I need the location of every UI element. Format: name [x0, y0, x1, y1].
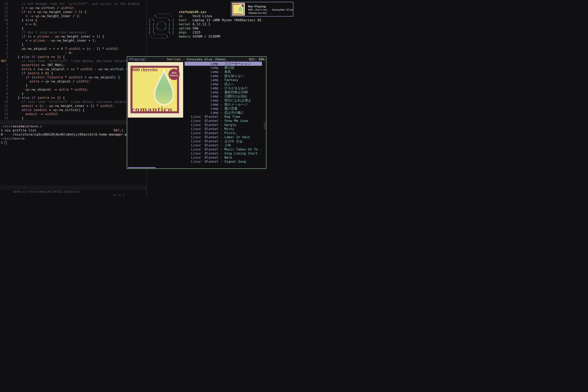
- code-line[interactable]: 6 if (n > plines - wp->w_height_inner + …: [0, 34, 146, 38]
- pfetch-row: -_______\memory4356M / 31399M: [149, 34, 294, 38]
- code-line[interactable]: 8 }: [0, 26, 146, 30]
- playlist-item[interactable]: Linus' Blanket - Signal Song: [184, 160, 262, 164]
- playlist-item[interactable]: Lamp - 車窓: [184, 70, 262, 74]
- playlist-item[interactable]: Linus' Blanket - Show Me Love: [184, 119, 262, 123]
- remaster-badge: 2022 Remaster: [168, 69, 180, 80]
- code-line[interactable]: 11 n -= wp->w_height_inner / 2;: [0, 14, 146, 18]
- album-title-label: romantico: [131, 106, 172, 113]
- remaster-badge: 2022 Remaster: [242, 4, 244, 7]
- code-line[interactable]: 6 }: [0, 84, 146, 88]
- playlist-scrollbar[interactable]: [264, 122, 266, 129]
- code-line[interactable]: 11 endcol = (n - wp->w_height_inner + 1)…: [0, 104, 146, 108]
- playlist-item[interactable]: Linus' Blanket - Picnic: [184, 131, 262, 135]
- code-line[interactable]: 4 }: [0, 43, 146, 47]
- code-line[interactable]: 3 wp->w_skipcol = n > 0 ? width1 + (n - …: [0, 47, 146, 51]
- album-artist-label: 800 cherries: [132, 67, 158, 72]
- player-header: [Playing] herries - honeydew blue (Remas…: [128, 57, 266, 62]
- terminal-line: ~/src/neovim: [0, 136, 146, 141]
- code-line[interactable]: 10 // less than 'scrolloff' lines below,…: [0, 100, 146, 104]
- playlist-item[interactable]: Linus' Blanket - Gargle: [184, 123, 262, 127]
- code-line[interactable]: 1 } else if (extra == 1) {: [0, 55, 146, 59]
- notification-heading: Now Playing: [248, 5, 293, 8]
- statusline-terminal-title: term://~/src/neovim//4713:/bin/zsh: [12, 190, 80, 194]
- now-playing-title: herries - honeydew blue (Remas: [128, 57, 266, 62]
- terminal-line: λ: [0, 141, 146, 145]
- code-line[interactable]: 967 // less than 'scrolloff' lines above…: [0, 59, 146, 63]
- playlist-item[interactable]: Lamp - Fantasy: [184, 78, 262, 82]
- pfetch-row: | | \___/ | |uptime59m: [149, 26, 294, 30]
- terminal-line: 0 - - /nix/store/cq3cx86h28j0y46ls0nhjzj…: [0, 132, 146, 136]
- code-line[interactable]: 10 } else {: [0, 18, 146, 22]
- statusline-terminal: term://~/src/neovim//4713:/bin/zsh 14,3-…: [0, 186, 146, 190]
- desktop: 14 // not enough room for 'scrolloff', p…: [0, 0, 294, 196]
- playlist-item[interactable]: Lamp - 最終列車は25時: [184, 90, 262, 94]
- playlist-item[interactable]: Linus' Blanket - Music Takes Us To ...: [184, 148, 262, 152]
- playlist-item[interactable]: Linus' Blanket - Rag Time: [184, 115, 262, 119]
- pfetch-row: | \ ___ \ |hostLaptop 13 (AMD Ryzen 7040…: [149, 18, 294, 22]
- playlist-item[interactable]: Linus' Blanket - Walk: [184, 156, 262, 160]
- playlist-item[interactable]: Linus' Blanket - Misty: [184, 127, 262, 131]
- playlist[interactable]: Lamp - スロ〜モ〜ションLamp - 夢の国Lamp - 車窓Lamp -…: [184, 62, 262, 164]
- code-line[interactable]: 9 n = 0;: [0, 22, 146, 26]
- album-art: 2022 Remaster 800 cherries romantico: [128, 62, 183, 118]
- code-editor[interactable]: 14 // not enough room for 'scrolloff', p…: [0, 2, 146, 120]
- notification-song-suffix: (Remastered): [248, 12, 293, 15]
- code-line[interactable]: 3 if (extra > 0) {: [0, 71, 146, 75]
- code-line[interactable]: 7 wp->w_skipcol -= extra * width2;: [0, 88, 146, 92]
- code-line[interactable]: 12 if (n > wp->w_height_inner / 2) {: [0, 10, 146, 14]
- volume-indicator: Vol: 69%: [249, 57, 264, 62]
- code-line[interactable]: 2 extra = (wp->w_skipcol + so * width2 -…: [0, 67, 146, 71]
- code-line[interactable]: 4 if ((colnr_T)(extra * width2) > wp->w_…: [0, 75, 146, 80]
- notification-song: 800 cherries - honeydew blue: [248, 8, 293, 12]
- code-line[interactable]: 7 // don't skip more than necessary: [0, 30, 146, 34]
- playlist-item[interactable]: Lamp - 誰も知らない: [184, 74, 262, 78]
- playlist-item[interactable]: Linus' Blanket - Labor In Vain: [184, 135, 262, 139]
- code-line[interactable]: 14 }: [0, 116, 146, 120]
- code-line[interactable]: 9 } else if (extra == 2) {: [0, 96, 146, 100]
- pfetch-row: | | / \ | |kernel6.12.12_1: [149, 22, 294, 26]
- statusline-file: src/nvim/move.c 967,1: [0, 120, 146, 124]
- playlist-item[interactable]: Lamp - 明日になれば僕は: [184, 98, 262, 102]
- code-line[interactable]: 1 assert(so <= INT_MAX);: [0, 63, 146, 67]
- statusline-terminal-position: 14,3-2: [113, 194, 124, 196]
- playlist-item[interactable]: Lamp - スロ〜モ〜ション: [184, 62, 262, 66]
- terminal-cursor: [5, 141, 7, 144]
- now-playing-notification[interactable]: 2022 Remaster 800 cherries romantico Now…: [231, 2, 294, 16]
- terminal-line: ~/src/neovim: [0, 124, 146, 128]
- neovim-pane[interactable]: 14 // not enough room for 'scrolloff', p…: [0, 0, 146, 196]
- playlist-item[interactable]: Lamp - 夢の国: [184, 66, 262, 70]
- shell-cwd: ~: [149, 43, 294, 47]
- terminal-line: λ nix profile list: [0, 128, 146, 132]
- playlist-item[interactable]: Lamp - 日曜日のお別れ: [184, 94, 262, 98]
- playlist-item[interactable]: Lamp - 恋人へ: [184, 82, 262, 86]
- code-line[interactable]: 13 n = wp->w_virtcol / width2;: [0, 6, 146, 10]
- playlist-item[interactable]: Lamp - 愛の言葉: [184, 106, 262, 111]
- playlist-item[interactable]: Linus' Blanket - 고백: [184, 143, 262, 148]
- playlist-item[interactable]: Lamp - ひろがるなみだ: [184, 86, 262, 90]
- playlist-item[interactable]: Lamp - 雨のメッセージ: [184, 102, 262, 106]
- pfetch-row: | \______ \_|pkgs2325: [149, 30, 294, 34]
- code-line[interactable]: 13 endcol -= width2;: [0, 112, 146, 116]
- code-line[interactable]: 5 extra = wp->w_skipcol / width2;: [0, 80, 146, 84]
- code-line[interactable]: 8 }: [0, 92, 146, 96]
- music-player-window[interactable]: [Playing] herries - honeydew blue (Remas…: [127, 56, 266, 169]
- code-line[interactable]: 14 // not enough room for 'scrolloff', p…: [0, 2, 146, 6]
- playlist-item[interactable]: Lamp - 恋は月の蔭に: [184, 111, 262, 115]
- notification-album-thumbnail: 2022 Remaster 800 cherries romantico: [232, 3, 245, 16]
- code-line[interactable]: 5 n = plines - wp->w_height_inner + 1;: [0, 38, 146, 43]
- player-progress-fill[interactable]: [128, 167, 156, 168]
- code-line[interactable]: 12 while (endcol > wp->w_virtcol) {: [0, 108, 146, 112]
- playlist-item[interactable]: Linus' Blanket - 순간의 진실: [184, 139, 262, 143]
- blank-line: [149, 38, 294, 43]
- notification-text: Now Playing 800 cherries - honeydew blue…: [248, 5, 293, 15]
- playlist-item[interactable]: Linus' Blanket - Stop Liking Start ...: [184, 152, 262, 156]
- shell-prompt-line[interactable]: λ: [149, 47, 294, 51]
- code-line[interactable]: 2 : 0;: [0, 51, 146, 55]
- embedded-terminal[interactable]: ~/src/neovimλ nix profile list0 - - /nix…: [0, 124, 146, 145]
